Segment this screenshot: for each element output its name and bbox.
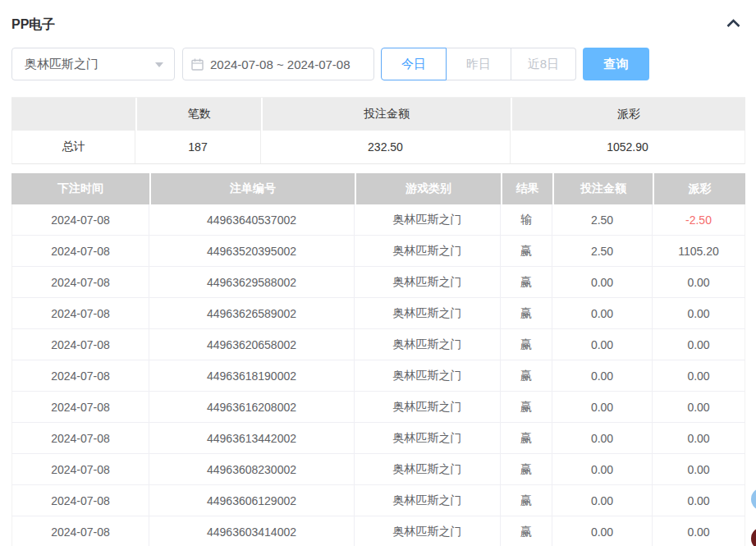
table-cell: 奥林匹斯之门 bbox=[355, 423, 501, 453]
floating-action-button[interactable] bbox=[751, 527, 756, 546]
table-row: 2024-07-0844963618190002奥林匹斯之门赢0.000.00 bbox=[11, 360, 745, 392]
table-cell: 0.00 bbox=[552, 298, 653, 328]
game-select-value: 奥林匹斯之门 bbox=[25, 57, 99, 72]
col-header-bet-time: 下注时间 bbox=[11, 173, 149, 204]
summary-header-payout: 派彩 bbox=[512, 98, 745, 131]
floating-service-button[interactable] bbox=[751, 488, 756, 511]
table-cell: 2024-07-08 bbox=[12, 392, 149, 422]
table-cell: 奥林匹斯之门 bbox=[355, 236, 501, 266]
summary-table: 笔数 投注金额 派彩 总计 187 232.50 1052.90 bbox=[11, 97, 745, 164]
table-row: 2024-07-0844963616208002奥林匹斯之门赢0.000.00 bbox=[11, 392, 745, 423]
table-cell: 赢 bbox=[501, 329, 552, 360]
table-row: 2024-07-0844963620658002奥林匹斯之门赢0.000.00 bbox=[11, 329, 745, 360]
col-header-game-type: 游戏类别 bbox=[356, 173, 501, 204]
range-button-last8days[interactable]: 近8日 bbox=[511, 48, 576, 80]
table-cell: 0.00 bbox=[653, 329, 745, 360]
table-cell: 奥林匹斯之门 bbox=[355, 485, 501, 516]
table-cell: 2.50 bbox=[552, 204, 653, 235]
table-cell: 0.00 bbox=[653, 485, 745, 516]
table-cell: 赢 bbox=[501, 236, 552, 266]
table-cell: 0.00 bbox=[552, 423, 653, 453]
table-row: 2024-07-0844963629588002奥林匹斯之门赢0.000.00 bbox=[11, 267, 745, 298]
table-cell: 44963608230002 bbox=[149, 454, 355, 484]
table-cell: 0.00 bbox=[552, 329, 653, 360]
chevron-down-icon bbox=[155, 62, 163, 67]
range-button-today[interactable]: 今日 bbox=[381, 48, 447, 80]
date-range-value: 2024-07-08 ~ 2024-07-08 bbox=[210, 57, 351, 71]
table-cell: -2.50 bbox=[653, 204, 745, 235]
table-cell: 0.00 bbox=[653, 360, 745, 391]
bets-table-header: 下注时间 注单编号 游戏类别 结果 投注金额 派彩 bbox=[11, 173, 745, 204]
col-header-bet-id: 注单编号 bbox=[151, 173, 355, 204]
table-cell: 2024-07-08 bbox=[12, 329, 149, 360]
table-row: 2024-07-0844963626589002奥林匹斯之门赢0.000.00 bbox=[11, 298, 745, 329]
filter-bar: 奥林匹斯之门 2024-07-08 ~ 2024-07-08 今日 昨日 近8日… bbox=[11, 48, 649, 80]
table-cell: 44963613442002 bbox=[149, 423, 355, 453]
table-cell: 奥林匹斯之门 bbox=[355, 267, 501, 297]
date-range-input[interactable]: 2024-07-08 ~ 2024-07-08 bbox=[182, 48, 374, 80]
calendar-icon bbox=[191, 58, 204, 71]
table-cell: 0.00 bbox=[552, 267, 653, 297]
collapse-button[interactable] bbox=[724, 16, 742, 30]
table-row: 2024-07-0844963613442002奥林匹斯之门赢0.000.00 bbox=[11, 423, 745, 454]
col-header-result: 结果 bbox=[502, 173, 552, 204]
table-cell: 奥林匹斯之门 bbox=[355, 329, 501, 360]
table-cell: 赢 bbox=[501, 392, 552, 422]
table-cell: 0.00 bbox=[653, 267, 745, 297]
table-cell: 奥林匹斯之门 bbox=[355, 298, 501, 328]
table-cell: 0.00 bbox=[653, 516, 745, 546]
query-button[interactable]: 查询 bbox=[583, 48, 649, 80]
table-cell: 0.00 bbox=[552, 392, 653, 422]
table-cell: 0.00 bbox=[552, 516, 653, 546]
table-cell: 赢 bbox=[501, 267, 552, 297]
table-cell: 44963626589002 bbox=[149, 298, 355, 328]
table-cell: 奥林匹斯之门 bbox=[355, 204, 501, 235]
table-cell: 2024-07-08 bbox=[12, 236, 149, 266]
table-cell: 奥林匹斯之门 bbox=[355, 516, 501, 546]
table-cell: 2024-07-08 bbox=[12, 485, 149, 516]
range-button-yesterday[interactable]: 昨日 bbox=[447, 48, 511, 80]
table-cell: 0.00 bbox=[552, 454, 653, 484]
table-cell: 赢 bbox=[501, 360, 552, 391]
table-cell: 44963606129002 bbox=[149, 485, 355, 516]
panel-title: PP电子 bbox=[11, 16, 55, 34]
table-cell: 2.50 bbox=[552, 236, 653, 266]
table-row: 2024-07-0844963640537002奥林匹斯之门输2.50-2.50 bbox=[11, 204, 745, 236]
table-cell: 奥林匹斯之门 bbox=[355, 454, 501, 484]
table-cell: 2024-07-08 bbox=[12, 267, 149, 297]
table-cell: 2024-07-08 bbox=[12, 298, 149, 328]
summary-header-bet-amount: 投注金额 bbox=[263, 98, 511, 131]
summary-header-count: 笔数 bbox=[137, 98, 261, 131]
table-cell: 0.00 bbox=[653, 392, 745, 422]
table-cell: 44963520395002 bbox=[149, 236, 355, 266]
table-row: 2024-07-0844963603414002奥林匹斯之门赢0.000.00 bbox=[11, 516, 745, 546]
table-cell: 0.00 bbox=[552, 485, 653, 516]
table-cell: 赢 bbox=[501, 423, 552, 453]
quick-range-group: 今日 昨日 近8日 bbox=[381, 48, 576, 80]
table-cell: 0.00 bbox=[653, 423, 745, 453]
chevron-up-icon bbox=[726, 17, 741, 29]
table-cell: 1105.20 bbox=[653, 236, 745, 266]
table-cell: 44963640537002 bbox=[149, 204, 355, 235]
bets-table-body: 2024-07-0844963640537002奥林匹斯之门输2.50-2.50… bbox=[11, 204, 745, 546]
table-cell: 输 bbox=[501, 204, 552, 235]
table-cell: 0.00 bbox=[653, 298, 745, 328]
table-row: 2024-07-0844963608230002奥林匹斯之门赢0.000.00 bbox=[11, 454, 745, 485]
table-cell: 赢 bbox=[501, 298, 552, 328]
table-cell: 44963616208002 bbox=[149, 392, 355, 422]
table-cell: 赢 bbox=[501, 516, 552, 546]
bets-table: 下注时间 注单编号 游戏类别 结果 投注金额 派彩 2024-07-084496… bbox=[11, 173, 745, 546]
table-cell: 44963618190002 bbox=[149, 360, 355, 391]
table-cell: 赢 bbox=[501, 485, 552, 516]
summary-header-row: 笔数 投注金额 派彩 bbox=[11, 98, 745, 131]
summary-total-bet-amount: 232.50 bbox=[261, 131, 511, 163]
table-cell: 奥林匹斯之门 bbox=[355, 392, 501, 422]
summary-total-count: 187 bbox=[135, 131, 261, 163]
table-cell: 44963603414002 bbox=[149, 516, 355, 546]
table-cell: 2024-07-08 bbox=[12, 423, 149, 453]
col-header-payout: 派彩 bbox=[654, 173, 745, 204]
table-row: 2024-07-0844963520395002奥林匹斯之门赢2.501105.… bbox=[11, 236, 745, 267]
summary-header-empty bbox=[11, 98, 135, 131]
table-row: 2024-07-0844963606129002奥林匹斯之门赢0.000.00 bbox=[11, 485, 745, 516]
game-select[interactable]: 奥林匹斯之门 bbox=[11, 48, 175, 80]
